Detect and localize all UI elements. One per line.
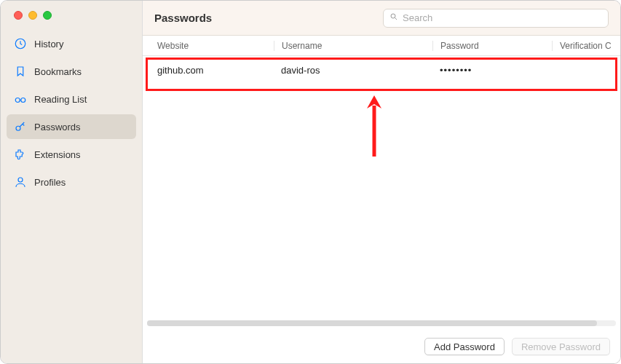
annotation-arrow-icon (365, 95, 383, 157)
footer: Add Password Remove Password (143, 330, 620, 363)
clock-icon (14, 37, 27, 50)
sidebar-item-bookmarks[interactable]: Bookmarks (7, 59, 136, 84)
sidebar-item-reading-list[interactable]: Reading List (7, 87, 136, 111)
column-header-website[interactable]: Website (143, 41, 274, 51)
minimize-window-button[interactable] (28, 11, 37, 20)
window-controls (1, 1, 142, 25)
sidebar-item-history[interactable]: History (7, 31, 136, 56)
sidebar: History Bookmarks Reading List Passwords (1, 1, 143, 363)
column-header-username[interactable]: Username (274, 41, 432, 51)
person-icon (14, 175, 27, 189)
search-input[interactable] (403, 12, 602, 23)
table-body: github.com david-ros •••••••• (143, 56, 620, 84)
main-panel: Passwords Website Username Password Veri… (143, 1, 620, 363)
cell-username: david-ros (274, 65, 432, 76)
glasses-icon (14, 92, 27, 106)
passwords-table: Website Username Password Verification C… (143, 36, 620, 363)
table-row[interactable]: github.com david-ros •••••••• (143, 56, 620, 84)
svg-point-5 (391, 14, 395, 18)
titlebar: Passwords (143, 1, 620, 36)
sidebar-item-profiles[interactable]: Profiles (7, 170, 136, 194)
sidebar-item-extensions[interactable]: Extensions (7, 142, 136, 167)
close-window-button[interactable] (14, 11, 23, 20)
svg-point-2 (21, 98, 25, 103)
bookmark-icon (14, 65, 27, 78)
maximize-window-button[interactable] (43, 11, 52, 20)
cell-password: •••••••• (432, 65, 552, 76)
sidebar-item-label: History (34, 39, 63, 50)
sidebar-item-label: Passwords (34, 122, 81, 132)
horizontal-scrollbar[interactable] (147, 318, 616, 328)
scrollbar-thumb[interactable] (147, 320, 597, 326)
sidebar-nav: History Bookmarks Reading List Passwords (1, 25, 142, 203)
add-password-button[interactable]: Add Password (424, 338, 505, 355)
svg-point-4 (18, 178, 23, 182)
sidebar-item-passwords[interactable]: Passwords (7, 114, 136, 139)
sidebar-item-label: Profiles (34, 177, 66, 188)
puzzle-piece-icon (14, 148, 27, 161)
key-icon (14, 120, 27, 133)
column-header-password[interactable]: Password (432, 41, 552, 51)
sidebar-item-label: Bookmarks (34, 66, 82, 77)
cell-website: github.com (143, 65, 274, 76)
sidebar-item-label: Extensions (34, 149, 81, 160)
column-header-verification[interactable]: Verification C (552, 41, 620, 51)
page-title: Passwords (154, 12, 212, 24)
search-field[interactable] (383, 9, 609, 28)
sidebar-item-label: Reading List (34, 94, 87, 105)
svg-point-1 (15, 98, 20, 103)
remove-password-button: Remove Password (512, 338, 610, 355)
svg-point-3 (16, 126, 20, 130)
table-header: Website Username Password Verification C (143, 36, 620, 56)
search-icon (389, 12, 398, 23)
settings-window: History Bookmarks Reading List Passwords (0, 0, 621, 364)
